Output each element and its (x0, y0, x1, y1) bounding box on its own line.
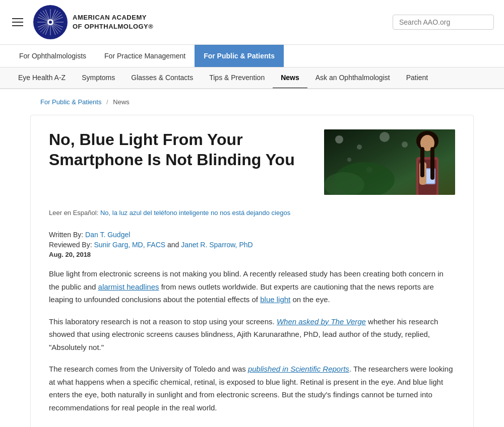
site-header: AMERICAN ACADEMY OF OPHTHALMOLOGY® (0, 0, 504, 45)
reviewer-line: Reviewed By: Sunir Garg, MD, FACS and Ja… (49, 241, 455, 249)
reviewer2-link[interactable]: Janet R. Sparrow, PhD (181, 241, 253, 249)
article-paragraph-2: This laboratory research is not a reason… (49, 315, 455, 354)
article-paragraph-3: The research comes from the University o… (49, 363, 455, 414)
sub-nav-patient[interactable]: Patient (398, 67, 436, 88)
top-nav-item-ophthalmologists[interactable]: For Ophthalmologists (10, 45, 95, 67)
breadcrumb-current: News (113, 98, 130, 106)
spanish-prefix: Leer en Español: (49, 209, 98, 217)
svg-point-17 (357, 145, 362, 150)
search-input[interactable] (393, 15, 494, 30)
svg-point-20 (347, 158, 351, 162)
top-nav: For Ophthalmologists For Practice Manage… (0, 45, 504, 67)
article-image (324, 129, 455, 195)
article-container: No, Blue Light From Your Smartphone Is N… (30, 115, 474, 427)
reviewer1-link[interactable]: Sunir Garg, MD, FACS (94, 241, 165, 249)
author-block: Written By: Dan T. Gudgel Reviewed By: S… (49, 231, 455, 258)
svg-rect-32 (430, 147, 434, 180)
blue-light-link[interactable]: blue light (260, 295, 290, 304)
breadcrumb-parent-link[interactable]: For Public & Patients (40, 98, 101, 106)
breadcrumb-separator: / (106, 98, 108, 106)
sub-nav-glasses[interactable]: Glasses & Contacts (123, 67, 201, 88)
author-link[interactable]: Dan T. Gudgel (85, 231, 130, 239)
breadcrumb: For Public & Patients / News (0, 89, 504, 115)
svg-point-14 (49, 21, 52, 24)
svg-point-16 (335, 135, 343, 144)
top-nav-item-patients[interactable]: For Public & Patients (195, 45, 284, 67)
article-body: Blue light from electronic screens is no… (49, 267, 455, 414)
sub-nav-tips[interactable]: Tips & Prevention (201, 67, 273, 88)
svg-point-19 (402, 141, 408, 148)
sub-nav-eye-health[interactable]: Eye Health A-Z (10, 67, 74, 88)
p3-text-before: The research comes from the University o… (49, 365, 248, 373)
article-header: No, Blue Light From Your Smartphone Is N… (49, 129, 455, 195)
author-line: Written By: Dan T. Gudgel (49, 231, 455, 239)
logo-icon (33, 5, 68, 39)
sub-nav: Eye Health A-Z Symptoms Glasses & Contac… (0, 67, 504, 89)
logo-text: AMERICAN ACADEMY OF OPHTHALMOLOGY® (73, 13, 153, 31)
site-logo[interactable]: AMERICAN ACADEMY OF OPHTHALMOLOGY® (33, 5, 153, 39)
sub-nav-symptoms[interactable]: Symptoms (74, 67, 123, 88)
p1-text-end: on the eye. (290, 295, 330, 304)
svg-point-18 (380, 132, 390, 142)
article-title: No, Blue Light From Your Smartphone Is N… (49, 129, 312, 170)
written-by-label: Written By: (49, 231, 83, 239)
hamburger-menu[interactable] (10, 16, 25, 28)
article-paragraph-1: Blue light from electronic screens is no… (49, 267, 455, 306)
top-nav-item-practice[interactable]: For Practice Management (95, 45, 195, 67)
sub-nav-ask[interactable]: Ask an Ophthalmologist (307, 67, 398, 88)
article-date: Aug. 20, 2018 (49, 251, 455, 258)
spanish-link[interactable]: No, la luz azul del teléfono inteligente… (100, 209, 290, 217)
the-verge-link[interactable]: When asked by The Verge (277, 317, 366, 326)
reviewed-by-label: Reviewed By: (49, 241, 92, 249)
spanish-link-block: Leer en Español: No, la luz azul del tel… (49, 205, 455, 221)
svg-rect-31 (420, 147, 424, 177)
p2-text-before: This laboratory research is not a reason… (49, 317, 277, 326)
scientific-reports-link[interactable]: published in Scientific Reports (248, 365, 349, 373)
alarmist-headlines-link[interactable]: alarmist headlines (98, 282, 159, 291)
sub-nav-news[interactable]: News (273, 67, 307, 89)
